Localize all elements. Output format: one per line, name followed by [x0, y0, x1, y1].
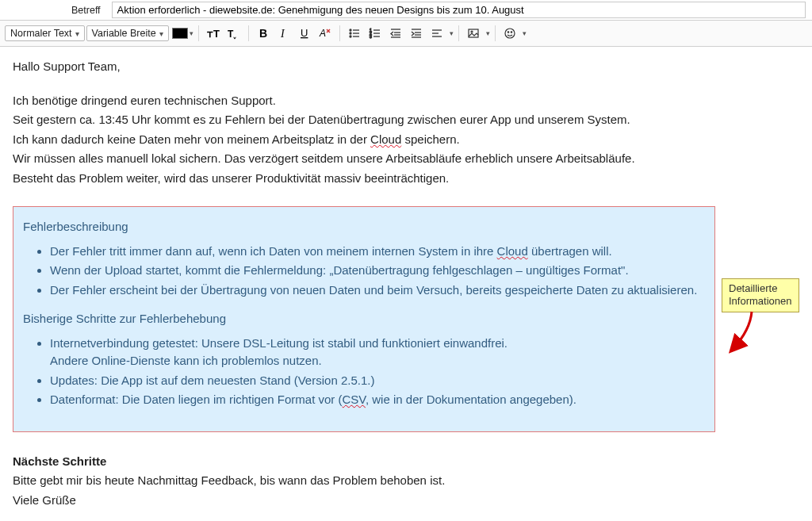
svg-point-33: [505, 29, 515, 38]
bullet-list-icon: [348, 27, 361, 40]
intro-line: Besteht das Problem weiter, wird das uns…: [13, 170, 799, 188]
svg-text:I: I: [280, 28, 285, 40]
separator: [248, 25, 249, 41]
separator: [198, 25, 199, 41]
font-family-select[interactable]: Variable Breite ▾: [86, 25, 169, 41]
bold-icon: B: [257, 27, 270, 40]
section-heading: Nächste Schritte: [13, 453, 799, 471]
chevron-down-icon: ▾: [75, 29, 79, 38]
font-increase-icon: ᴛT: [207, 27, 220, 40]
intro-line: Seit gestern ca. 13:45 Uhr kommt es zu F…: [13, 111, 799, 129]
subject-label: Betreff: [71, 5, 112, 16]
clear-format-button[interactable]: A: [316, 24, 335, 43]
indent-button[interactable]: [407, 24, 426, 43]
text-color-button[interactable]: [170, 24, 190, 43]
emoji-button[interactable]: [500, 24, 519, 43]
list-item: Internetverbindung getestet: Unsere DSL-…: [50, 335, 705, 370]
image-icon: [467, 27, 480, 40]
italic-button[interactable]: I: [274, 24, 293, 43]
paragraph-style-select[interactable]: Normaler Text ▾: [5, 25, 85, 41]
greeting: Hallo Support Team,: [13, 58, 799, 76]
section-heading: Fehlerbeschreibung: [23, 218, 705, 236]
section-heading: Bisherige Schritte zur Fehlerbehebung: [23, 310, 705, 328]
list-item: Datenformat: Die Daten liegen im richtig…: [50, 391, 705, 409]
list-item: Der Fehler tritt immer dann auf, wenn ic…: [50, 243, 705, 261]
chevron-down-icon[interactable]: ▾: [190, 29, 193, 37]
subject-input[interactable]: [112, 2, 806, 18]
paragraph-style-label: Normaler Text: [10, 28, 72, 39]
troubleshooting-list: Internetverbindung getestet: Unsere DSL-…: [23, 335, 705, 409]
format-toolbar: Normaler Text ▾ Variable Breite ▾ ▾ ᴛT T…: [0, 21, 812, 47]
email-body[interactable]: Hallo Support Team, Ich benötige dringen…: [0, 47, 812, 521]
bullet-list-button[interactable]: [345, 24, 364, 43]
bold-button[interactable]: B: [254, 24, 273, 43]
svg-point-34: [508, 32, 508, 33]
signoff: Viele Grüße: [13, 492, 799, 510]
color-swatch-icon: [172, 28, 188, 39]
font-decrease-icon: T˯: [228, 27, 240, 40]
svg-point-8: [350, 29, 351, 31]
intro-line: Ich benötige dringend euren technischen …: [13, 92, 799, 110]
chevron-down-icon: ▾: [159, 29, 163, 38]
details-highlight-box: Fehlerbeschreibung Der Fehler tritt imme…: [13, 206, 715, 432]
error-description-list: Der Fehler tritt immer dann auf, wenn ic…: [23, 243, 705, 300]
outdent-icon: [389, 27, 402, 40]
insert-image-button[interactable]: [464, 24, 483, 43]
font-size-decrease-button[interactable]: T˯: [224, 24, 243, 43]
align-button[interactable]: [427, 24, 446, 43]
annotation-callout: Detaillierte Informationen: [722, 278, 799, 312]
chevron-down-icon[interactable]: ▾: [486, 29, 490, 37]
italic-icon: I: [278, 27, 290, 40]
svg-text:A: A: [319, 28, 326, 39]
separator: [495, 25, 496, 41]
next-steps-line: Bitte gebt mir bis heute Nachmittag Feed…: [13, 472, 799, 490]
chevron-down-icon[interactable]: ▾: [450, 29, 454, 37]
align-icon: [431, 27, 443, 40]
separator: [339, 25, 340, 41]
intro-line: Wir müssen alles manuell lokal sichern. …: [13, 150, 799, 168]
smiley-icon: [504, 27, 516, 40]
svg-text:T˯: T˯: [228, 29, 236, 40]
svg-text:3: 3: [370, 34, 372, 39]
svg-text:B: B: [259, 27, 267, 40]
svg-point-12: [350, 36, 351, 37]
svg-point-10: [350, 33, 351, 34]
number-list-button[interactable]: 123: [366, 24, 385, 43]
svg-text:ᴛT: ᴛT: [207, 28, 220, 40]
underline-button[interactable]: U: [295, 24, 314, 43]
underline-icon: U: [298, 27, 311, 40]
list-item: Wenn der Upload startet, kommt die Fehle…: [50, 262, 705, 280]
font-family-label: Variable Breite: [92, 28, 156, 39]
separator: [458, 25, 459, 41]
spellcheck-word: Cloud: [497, 244, 528, 258]
outdent-button[interactable]: [386, 24, 405, 43]
clear-format-icon: A: [319, 27, 331, 40]
intro-line: Ich kann dadurch keine Daten mehr von me…: [13, 131, 799, 149]
annotation-arrow-icon: [748, 310, 779, 363]
indent-icon: [410, 27, 423, 40]
list-item: Updates: Die App ist auf dem neuesten St…: [50, 372, 705, 390]
svg-point-35: [511, 32, 511, 33]
svg-point-32: [471, 31, 473, 33]
next-steps-section: Nächste Schritte Bitte gebt mir bis heut…: [13, 453, 799, 490]
list-item: Der Fehler erscheint bei der Übertragung…: [50, 282, 705, 300]
chevron-down-icon[interactable]: ▾: [523, 29, 527, 37]
spellcheck-word: Cloud: [370, 132, 401, 146]
subject-row: Betreff: [0, 0, 812, 21]
spellcheck-word: CSV: [342, 393, 365, 406]
number-list-icon: 123: [369, 27, 381, 40]
font-size-increase-button[interactable]: ᴛT: [204, 24, 223, 43]
svg-text:U: U: [301, 27, 308, 39]
